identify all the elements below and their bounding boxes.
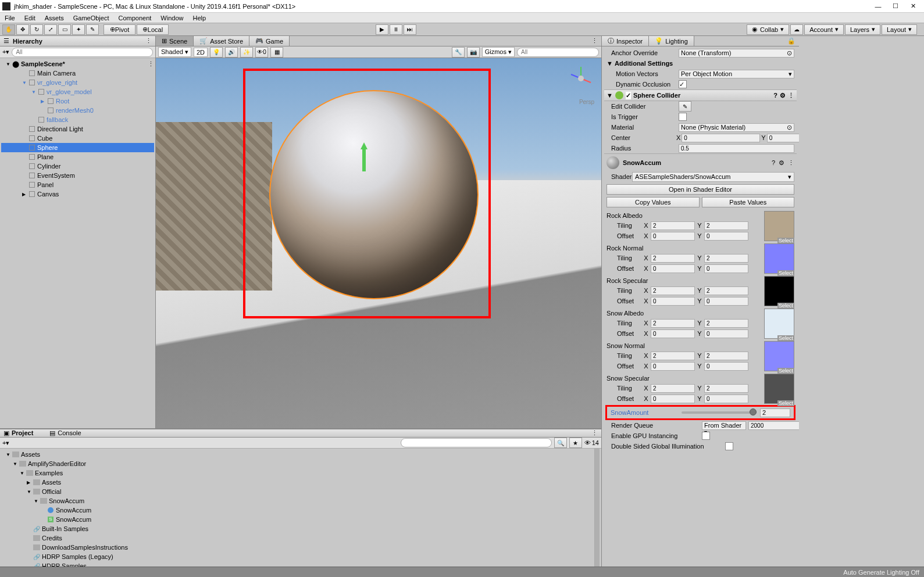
shader-dropdown[interactable]: ASESampleShaders/SnowAccum▾ <box>632 172 794 182</box>
offset-x[interactable] <box>651 329 695 338</box>
center-x[interactable] <box>682 134 760 142</box>
offset-y[interactable] <box>704 362 748 371</box>
is-trigger-checkbox[interactable] <box>679 113 687 121</box>
texture-select-button[interactable]: Select <box>777 400 794 406</box>
render-queue-mode[interactable]: From Shader ▾ <box>702 421 746 430</box>
radius-field[interactable] <box>679 144 794 153</box>
shading-mode[interactable]: Shaded ▾ <box>158 47 191 57</box>
hierarchy-item[interactable]: ▶Root <box>1 96 154 106</box>
menu-window[interactable]: Window <box>160 15 183 21</box>
render-queue-value[interactable] <box>748 421 799 430</box>
project-scrollbar[interactable] <box>595 449 600 577</box>
texture-swatch[interactable] <box>764 341 794 371</box>
account-button[interactable]: Account ▾ <box>804 24 844 35</box>
hierarchy-item[interactable]: Cube <box>1 134 154 143</box>
tiling-y[interactable] <box>704 221 748 230</box>
tiling-x[interactable] <box>651 286 695 295</box>
double-sided-checkbox[interactable] <box>725 442 733 450</box>
scene-menu-icon[interactable]: ⋮ <box>588 36 601 46</box>
help-icon[interactable]: ? <box>773 92 777 99</box>
2d-toggle[interactable]: 2D <box>194 48 208 57</box>
hidden-toggle[interactable]: 👁0 <box>255 47 268 58</box>
paste-values-button[interactable]: Paste Values <box>702 197 795 207</box>
hierarchy-item[interactable]: EventSystem <box>1 171 154 180</box>
texture-swatch[interactable] <box>764 309 794 339</box>
tiling-y[interactable] <box>704 286 748 295</box>
menu-file[interactable]: File <box>5 15 15 21</box>
project-item[interactable]: ▼Official <box>1 487 593 496</box>
scene-viewport[interactable]: Persp <box>156 58 601 428</box>
project-item[interactable]: 🔗HDRP Samples (Legacy) <box>1 552 593 561</box>
rect-tool[interactable]: ▭ <box>58 24 71 35</box>
hierarchy-item[interactable]: ▼vr_glove_model <box>1 87 154 96</box>
inspector-lock-icon[interactable]: 🔒 <box>784 36 799 46</box>
close-button[interactable]: ✕ <box>909 2 917 10</box>
hierarchy-item[interactable]: Cylinder <box>1 162 154 171</box>
hierarchy-item[interactable]: renderMesh0 <box>1 106 154 115</box>
hierarchy-item[interactable]: Directional Light <box>1 124 154 134</box>
project-create-button[interactable]: +▾ <box>2 439 9 447</box>
project-tree[interactable]: ▼Assets▼AmplifyShaderEditor▼Examples▶Ass… <box>0 449 595 577</box>
offset-y[interactable] <box>704 232 748 241</box>
scene-root[interactable]: ▼ ⬤ SampleScene* ⋮ <box>1 59 154 69</box>
scene-tab[interactable]: ⊞ Scene <box>156 36 194 46</box>
offset-y[interactable] <box>704 297 748 306</box>
lighting-tab[interactable]: 💡 Lighting <box>649 36 694 46</box>
preset-icon[interactable]: ⚙ <box>780 92 786 99</box>
project-item[interactable]: ▼Assets <box>1 450 593 459</box>
project-item[interactable]: ▼SnowAccum <box>1 496 593 506</box>
tiling-x[interactable] <box>651 319 695 328</box>
hierarchy-list[interactable]: ▼ ⬤ SampleScene* ⋮ Main Camera▼vr_glove_… <box>0 58 155 428</box>
audio-toggle[interactable]: 🔊 <box>225 47 238 58</box>
hidden-count[interactable]: 👁14 <box>584 439 599 446</box>
custom-tool[interactable]: ✎ <box>86 24 99 35</box>
texture-swatch[interactable] <box>764 276 794 306</box>
project-menu-icon[interactable]: ⋮ <box>591 429 598 437</box>
material-menu-icon[interactable]: ⋮ <box>788 159 794 167</box>
project-search[interactable] <box>401 438 552 447</box>
move-tool[interactable]: ✥ <box>16 24 29 35</box>
expand-icon[interactable]: ▼ <box>607 60 612 67</box>
help-icon[interactable]: ? <box>772 159 775 166</box>
project-item[interactable]: SSnowAccum <box>1 515 593 524</box>
hierarchy-menu-icon[interactable]: ⋮ <box>145 37 152 45</box>
hierarchy-search[interactable] <box>12 48 153 57</box>
fx-toggle[interactable]: ✨ <box>240 47 253 58</box>
offset-x[interactable] <box>651 297 695 306</box>
project-item[interactable]: SnowAccum <box>1 506 593 515</box>
tiling-y[interactable] <box>704 319 748 328</box>
preset-icon[interactable]: ⚙ <box>779 159 784 167</box>
motion-vectors-field[interactable]: Per Object Motion ▾ <box>679 70 794 78</box>
tiling-y[interactable] <box>704 384 748 393</box>
texture-swatch[interactable] <box>764 243 794 274</box>
menu-gameobject[interactable]: GameObject <box>73 15 109 21</box>
hierarchy-item[interactable]: fallback <box>1 115 154 124</box>
camera-icon[interactable]: 📷 <box>467 47 480 58</box>
rotate-tool[interactable]: ↻ <box>30 24 43 35</box>
collab-button[interactable]: ◉ Collab ▾ <box>747 24 789 35</box>
menu-component[interactable]: Component <box>118 15 151 21</box>
menu-assets[interactable]: Assets <box>45 15 64 21</box>
hierarchy-item[interactable]: Sphere <box>1 143 154 152</box>
offset-x[interactable] <box>651 395 695 403</box>
layers-button[interactable]: Layers ▾ <box>845 24 880 35</box>
asset-store-tab[interactable]: 🛒 Asset Store <box>194 36 249 46</box>
orientation-gizmo[interactable] <box>566 64 595 93</box>
hierarchy-item[interactable]: Panel <box>1 180 154 189</box>
transform-tool[interactable]: ✦ <box>72 24 85 35</box>
scene-search[interactable] <box>517 48 599 57</box>
component-menu-icon[interactable]: ⋮ <box>788 92 794 99</box>
snow-amount-value[interactable] <box>760 408 790 417</box>
y-axis-gizmo[interactable] <box>362 148 366 171</box>
hierarchy-item[interactable]: Plane <box>1 152 154 162</box>
filter-icon[interactable]: 🔍 <box>554 438 567 448</box>
layout-button[interactable]: Layout ▾ <box>882 24 917 35</box>
project-item[interactable]: Credits <box>1 533 593 543</box>
offset-x[interactable] <box>651 362 695 371</box>
gizmos-dropdown[interactable]: Gizmos ▾ <box>482 47 515 57</box>
tiling-x[interactable] <box>651 254 695 263</box>
snow-amount-slider[interactable] <box>682 411 757 414</box>
console-tab[interactable]: ▤ Console <box>49 429 81 437</box>
project-tab[interactable]: ▣ Project <box>3 429 33 437</box>
texture-swatch[interactable] <box>764 211 794 241</box>
